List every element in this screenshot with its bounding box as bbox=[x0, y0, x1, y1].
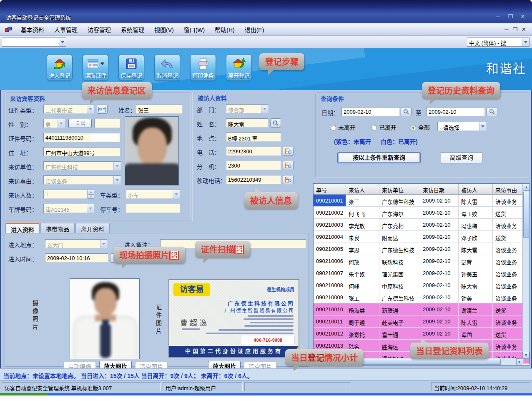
tab-carried-items[interactable]: 携带物品 bbox=[40, 223, 75, 233]
company-dropdown[interactable]: 广东德生科技 bbox=[43, 161, 121, 170]
table-cell[interactable]: 赴美电子 bbox=[379, 315, 420, 327]
address-field[interactable]: 广州市中山大道89号 bbox=[43, 147, 120, 156]
table-cell[interactable]: 冯惠梅 bbox=[459, 219, 493, 230]
mdi-close-icon[interactable]: ✕ bbox=[522, 26, 526, 33]
table-cell[interactable]: 送货 bbox=[493, 207, 523, 218]
table-cell[interactable]: 送货 bbox=[493, 231, 523, 243]
chevron-down-icon[interactable] bbox=[522, 38, 529, 46]
chevron-down-icon[interactable] bbox=[100, 240, 107, 248]
read-id-card-button[interactable]: 读取证件 bbox=[83, 54, 108, 81]
table-cell[interactable]: 杨海类 bbox=[346, 303, 379, 315]
table-cell[interactable]: 送货 bbox=[493, 303, 523, 315]
table-cell[interactable]: 广东海尔 bbox=[379, 207, 420, 218]
table-cell[interactable]: 送货 bbox=[493, 328, 523, 339]
date-to-picker-button[interactable] bbox=[487, 107, 497, 116]
column-header[interactable]: 来访事由 bbox=[493, 184, 523, 194]
table-row[interactable]: 090210001张三广东德生科技2009-02-10陈大雷洽谈业务 bbox=[314, 195, 529, 207]
table-cell[interactable]: 2009-02-10 bbox=[420, 195, 459, 206]
vehicle-type-dropdown[interactable]: 小车 bbox=[126, 190, 180, 199]
table-row[interactable]: 090210008何峰中原科技2009-02-10陈大雷洽谈业务 bbox=[314, 279, 529, 291]
chevron-down-icon[interactable] bbox=[261, 105, 268, 113]
scroll-up-icon[interactable]: ▲ bbox=[523, 184, 530, 191]
gender-dropdown[interactable]: 男 bbox=[43, 119, 65, 128]
visitor-name-field[interactable]: 张三 bbox=[136, 105, 183, 114]
table-cell[interactable]: 附而达 bbox=[379, 231, 420, 243]
table-cell[interactable]: 谭玉姣 bbox=[459, 207, 493, 218]
radio-not-left[interactable]: 未离开 bbox=[331, 123, 356, 131]
table-cell[interactable]: 张寄托 bbox=[346, 328, 379, 339]
table-cell[interactable]: 090210010 bbox=[314, 303, 346, 315]
table-cell[interactable]: 090210009 bbox=[314, 291, 346, 303]
language-combobox[interactable]: 中文 (简体) - 搜 bbox=[467, 38, 529, 47]
radio-checked-icon[interactable] bbox=[411, 125, 416, 130]
visited-name-field[interactable]: 陈大雷 bbox=[226, 118, 269, 128]
menu-item[interactable]: 视图(V) bbox=[149, 24, 179, 35]
quick-select-combobox[interactable] bbox=[2, 38, 66, 47]
table-cell[interactable]: 洽谈业务 bbox=[493, 243, 523, 255]
table-cell[interactable]: 洽谈业务 bbox=[493, 219, 523, 230]
table-cell[interactable]: 2009-02-10 bbox=[420, 315, 459, 327]
card-number-field[interactable] bbox=[94, 119, 120, 128]
table-cell[interactable]: 谭国 bbox=[459, 328, 493, 339]
table-cell[interactable]: 理光集团 bbox=[379, 267, 420, 279]
table-cell[interactable]: 张工 bbox=[346, 291, 379, 303]
table-cell[interactable]: 090210004 bbox=[314, 231, 346, 243]
table-cell[interactable]: 周于通 bbox=[346, 315, 379, 327]
table-cell[interactable]: 2009-02-10 bbox=[420, 231, 459, 243]
notify-phone-button[interactable] bbox=[283, 147, 294, 156]
column-header[interactable]: 来访日期 bbox=[420, 184, 459, 194]
chevron-down-icon[interactable] bbox=[479, 122, 486, 130]
table-cell[interactable]: 090210007 bbox=[314, 267, 346, 279]
table-cell[interactable]: 何飞飞 bbox=[346, 207, 379, 218]
notify-ext-button[interactable] bbox=[283, 161, 294, 170]
column-header[interactable]: 被访人 bbox=[459, 184, 493, 194]
notify-mobile-button[interactable] bbox=[283, 175, 294, 184]
leave-registration-button[interactable]: 离开登记 bbox=[226, 54, 252, 81]
card-number-button[interactable]: 卡号 bbox=[68, 119, 92, 128]
mobile-field[interactable]: 15602210349 bbox=[226, 175, 281, 184]
close-icon[interactable]: ✕ bbox=[518, 13, 528, 21]
table-cell[interactable]: 2009-02-10 bbox=[420, 207, 459, 218]
table-row[interactable]: 090210003李光放广东亮相2009-02-10冯惠梅洽谈业务 bbox=[314, 219, 529, 231]
table-cell[interactable]: 彭置 bbox=[459, 255, 493, 267]
cancel-registration-button[interactable]: 取消登记 bbox=[154, 54, 180, 81]
table-cell[interactable]: 090210012 bbox=[314, 328, 346, 339]
chevron-down-icon[interactable] bbox=[59, 38, 66, 46]
table-cell[interactable]: 李光放 bbox=[346, 219, 379, 230]
table-cell[interactable]: 新联通 bbox=[379, 303, 420, 315]
radio-left[interactable]: 已离开 bbox=[371, 123, 396, 131]
table-cell[interactable]: 邓子欣 bbox=[459, 231, 493, 243]
visitor-count-field[interactable]: 1 bbox=[43, 190, 88, 199]
chevron-down-icon[interactable] bbox=[58, 119, 65, 128]
count-stepper[interactable]: ▲▼ bbox=[88, 190, 94, 199]
table-cell[interactable]: 2009-02-10 bbox=[420, 279, 459, 291]
table-row[interactable]: 090210010杨海类新联通2009-02-10谢清兰送货 bbox=[314, 303, 529, 315]
tab-leave-info[interactable]: 离开资料 bbox=[75, 223, 110, 233]
table-cell[interactable]: 090210005 bbox=[314, 243, 346, 255]
table-cell[interactable]: 陈大雷 bbox=[459, 279, 493, 291]
location-field[interactable]: B幢 2301 室 bbox=[226, 133, 281, 142]
table-row[interactable]: 090210002何飞飞广东海尔2009-02-10谭玉姣送货 bbox=[314, 207, 529, 219]
table-cell[interactable]: 陈大雷 bbox=[459, 243, 493, 255]
table-cell[interactable]: 2009-02-10 bbox=[420, 243, 459, 255]
chevron-down-icon[interactable] bbox=[87, 204, 94, 213]
table-cell[interactable]: 090210006 bbox=[314, 255, 346, 267]
chevron-down-icon[interactable] bbox=[87, 105, 94, 113]
radio-all[interactable]: 全部 bbox=[411, 123, 430, 131]
table-cell[interactable]: 090210001 bbox=[314, 195, 346, 206]
table-cell[interactable]: 李思 bbox=[346, 243, 379, 255]
chevron-down-icon[interactable] bbox=[113, 162, 120, 170]
table-cell[interactable]: 洽谈业务 bbox=[493, 267, 523, 279]
table-cell[interactable]: 何放 bbox=[346, 255, 379, 267]
card-reader-button[interactable] bbox=[97, 105, 108, 114]
radio-icon[interactable] bbox=[371, 125, 377, 130]
tab-entry-info[interactable]: 进入资料 bbox=[5, 223, 40, 233]
table-row[interactable]: 090210007朱个奴理光集团2009-02-10钟美玉洽谈业务 bbox=[314, 267, 529, 279]
scrollbar-thumb[interactable] bbox=[523, 192, 529, 238]
menu-item[interactable]: 人事管理 bbox=[49, 24, 83, 35]
table-cell[interactable]: 钟美 bbox=[459, 291, 493, 303]
table-cell[interactable]: 2009-02-10 bbox=[420, 255, 459, 267]
cert-type-dropdown[interactable]: 二代身份证 bbox=[43, 105, 94, 114]
plate-dropdown[interactable]: 津A12345 bbox=[43, 204, 94, 213]
table-cell[interactable]: 洽谈业务 bbox=[493, 340, 523, 351]
